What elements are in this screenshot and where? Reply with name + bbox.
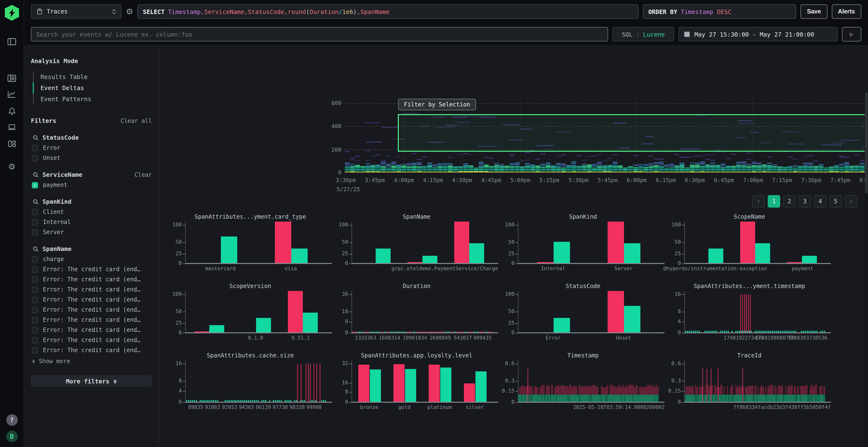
filter-group-statuscode: StatusCodeErrorUnset: [31, 134, 152, 161]
filter-option-label: Server: [43, 229, 64, 236]
filter-option[interactable]: Error: The credit card (end…: [31, 296, 152, 303]
mini-chart-plot[interactable]: [518, 221, 664, 264]
mini-chart-plot[interactable]: [351, 360, 498, 403]
checkbox[interactable]: [32, 209, 38, 215]
checkbox[interactable]: [32, 276, 38, 282]
filter-option[interactable]: Error: [31, 144, 152, 151]
filter-option[interactable]: Server: [31, 229, 152, 236]
scrollbar-thumb[interactable]: [865, 93, 868, 194]
filter-option-label: payment: [43, 182, 67, 188]
pagination-prev-button[interactable]: ‹: [752, 195, 765, 208]
lucene-mode-toggle[interactable]: Lucene: [643, 31, 665, 38]
filter-option[interactable]: Error: The credit card (end…: [31, 347, 152, 353]
user-avatar[interactable]: D: [6, 431, 18, 442]
baseline-bar: [303, 312, 318, 332]
event-search-input[interactable]: Search your events w/ Lucene ex. column:…: [31, 27, 608, 41]
checkbox[interactable]: [32, 327, 38, 333]
source-settings-gear-icon[interactable]: ⚙: [126, 7, 133, 16]
analysis-mode-item-results-table[interactable]: Results Table: [33, 71, 152, 82]
analysis-mode-item-event-deltas[interactable]: Event Deltas: [33, 82, 152, 94]
pagination-page-4[interactable]: 4: [814, 195, 827, 208]
mini-chart-x-label: 543017: [454, 335, 472, 341]
filter-by-selection-button[interactable]: Filter by Selection: [398, 99, 476, 110]
mini-chart-y-tick: 50: [342, 239, 348, 245]
filter-option[interactable]: Error: The credit card (end…: [31, 337, 152, 343]
checkbox[interactable]: [32, 155, 38, 161]
checkbox[interactable]: [32, 229, 38, 235]
filter-option[interactable]: Error: The credit card (end…: [31, 286, 152, 293]
alerts-button[interactable]: Alerts: [832, 4, 861, 19]
sql-mode-toggle[interactable]: SQL: [622, 31, 633, 38]
selection-bar: [537, 262, 554, 263]
more-filters-button[interactable]: More filters∨: [31, 375, 152, 387]
filter-option[interactable]: Client: [31, 209, 152, 215]
checkbox[interactable]: [32, 256, 38, 262]
baseline-bar: [291, 249, 308, 263]
alerts-bell-icon[interactable]: [0, 103, 24, 119]
sql-select-input[interactable]: SELECT Timestamp,ServiceName,StatusCode,…: [138, 4, 639, 19]
help-button[interactable]: ?: [6, 414, 18, 426]
checkbox[interactable]: [32, 286, 38, 293]
checkbox[interactable]: [32, 307, 38, 313]
collapse-panel-icon[interactable]: [0, 33, 24, 49]
filter-option[interactable]: ✓payment: [31, 182, 152, 188]
pagination-next-button[interactable]: ›: [845, 195, 858, 208]
mini-chart-y-tick: 0: [512, 399, 515, 405]
mini-chart-y-axis: 10050250: [169, 291, 185, 333]
analysis-mode-item-event-patterns[interactable]: Event Patterns: [33, 94, 152, 105]
mini-chart-y-tick: 25: [508, 250, 515, 257]
settings-gear-icon[interactable]: ⚙: [0, 159, 24, 175]
mini-chart-plot[interactable]: [351, 291, 498, 333]
checkbox[interactable]: [32, 337, 38, 343]
checkbox[interactable]: [32, 347, 38, 353]
pagination-page-3[interactable]: 3: [799, 195, 811, 208]
checkbox-checked[interactable]: ✓: [32, 182, 38, 188]
search-logs-icon[interactable]: [0, 70, 24, 86]
mini-chart-plot[interactable]: [518, 360, 664, 403]
pagination-page-1[interactable]: 1: [768, 195, 780, 208]
mini-chart-plot[interactable]: [684, 221, 831, 264]
source-select[interactable]: Traces: [31, 4, 122, 19]
filter-option[interactable]: charge: [31, 256, 152, 263]
clear-filter-link[interactable]: Clear: [134, 171, 152, 178]
mini-chart-plot[interactable]: [185, 291, 332, 333]
checkbox[interactable]: [32, 145, 38, 151]
dashboards-icon[interactable]: [0, 135, 24, 152]
query-token: ServiceName: [204, 8, 244, 15]
mini-chart-plot[interactable]: [351, 221, 498, 264]
chart-explorer-icon[interactable]: [0, 86, 24, 103]
heatmap-selection-box[interactable]: [398, 114, 868, 151]
mini-chart-y-axis: 16840: [668, 291, 684, 333]
date-range-picker[interactable]: May 27 15:30:00 - May 27 21:00:00: [679, 27, 838, 41]
mini-chart-plot[interactable]: [185, 360, 332, 403]
checkbox[interactable]: [32, 266, 38, 272]
mini-chart-plot[interactable]: [684, 360, 831, 403]
filter-option[interactable]: Error: The credit card (end…: [31, 306, 152, 313]
mini-chart-plot[interactable]: [518, 291, 664, 333]
checkbox[interactable]: [32, 219, 38, 225]
filter-option[interactable]: Error: The credit card (end…: [31, 326, 152, 333]
pagination-page-2[interactable]: 2: [783, 195, 796, 208]
filter-option[interactable]: Error: The credit card (end…: [31, 316, 152, 323]
main-scrollbar[interactable]: [865, 92, 868, 447]
clear-all-filters-link[interactable]: Clear all: [121, 117, 152, 124]
selection-bar: [288, 291, 303, 332]
mini-chart-plot[interactable]: [185, 221, 332, 264]
pagination-page-5[interactable]: 5: [830, 195, 842, 208]
filter-option[interactable]: Internal: [31, 219, 152, 226]
run-query-button[interactable]: ▷: [842, 27, 861, 41]
checkbox[interactable]: [32, 317, 38, 323]
save-button[interactable]: Save: [801, 4, 827, 19]
sessions-laptop-icon[interactable]: [0, 119, 24, 135]
mini-chart-x-label: Error: [546, 335, 561, 341]
filter-option[interactable]: Unset: [31, 154, 152, 161]
filter-option[interactable]: Error: The credit card (end…: [31, 266, 152, 273]
show-more-link[interactable]: ∨ Show more: [31, 358, 152, 365]
order-by-input[interactable]: ORDER BY Timestamp DESC: [643, 4, 796, 19]
filter-option[interactable]: Error: The credit card (end…: [31, 276, 152, 283]
mini-chart-plot[interactable]: [684, 291, 831, 333]
checkbox[interactable]: [32, 297, 38, 303]
mini-chart-loyalty-level: SpanAttributes.app.loyalty.level321680br…: [335, 352, 498, 411]
hyperdx-logo-icon[interactable]: [5, 5, 19, 21]
mini-chart-x-axis: ff860334facdb23d3f430ff5b5050f4f: [684, 404, 831, 411]
